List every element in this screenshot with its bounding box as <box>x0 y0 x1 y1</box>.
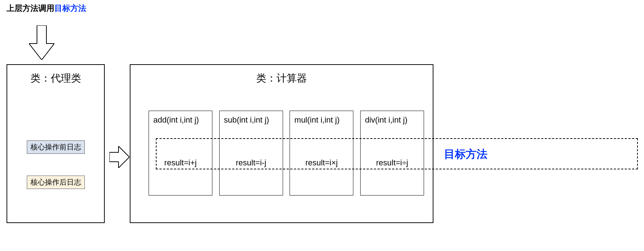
method-div-signature: div(int i,int j) <box>361 111 424 125</box>
method-add-signature: add(int i,int j) <box>149 111 212 125</box>
target-method-label: 目标方法 <box>444 147 487 162</box>
method-sub-signature: sub(int i,int j) <box>220 111 283 125</box>
arrow-right-icon <box>109 146 129 168</box>
arrow-down-icon <box>29 25 54 60</box>
proxy-class-box: 类：代理类 核心操作前日志 核心操作后日志 <box>7 64 105 223</box>
method-mul-signature: mul(int i,int j) <box>290 111 353 125</box>
header-highlight: 目标方法 <box>54 4 86 13</box>
svg-marker-0 <box>29 25 54 60</box>
header-prefix: 上层方法调用 <box>7 4 54 13</box>
log-after-box: 核心操作后日志 <box>27 176 85 189</box>
log-before-box: 核心操作前日志 <box>27 140 85 154</box>
header-text: 上层方法调用目标方法 <box>7 3 86 14</box>
calculator-class-title: 类：计算器 <box>130 71 433 85</box>
target-method-dashed-box <box>156 138 638 169</box>
svg-marker-1 <box>109 146 129 168</box>
proxy-class-title: 类：代理类 <box>7 71 104 85</box>
